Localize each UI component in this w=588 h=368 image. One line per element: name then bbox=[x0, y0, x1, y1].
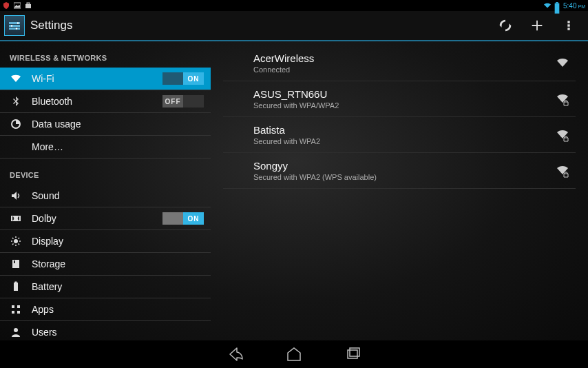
sidebar-item-label: More… bbox=[32, 141, 204, 152]
sidebar-item-label: Sound bbox=[32, 190, 204, 201]
wifi-status-icon bbox=[544, 2, 551, 9]
wifi-network-name: ASUS_RTN66U bbox=[253, 88, 555, 100]
svg-rect-34 bbox=[348, 350, 357, 358]
clock-ampm: PM bbox=[578, 4, 586, 9]
wifi-icon bbox=[10, 72, 22, 85]
apps-icon bbox=[10, 303, 22, 316]
sound-icon bbox=[10, 190, 22, 202]
wifi-toggle[interactable]: ON bbox=[162, 72, 204, 85]
wifi-network-item[interactable]: ASUS_RTN66USecured with WPA/WPA2 bbox=[223, 81, 576, 117]
display-icon bbox=[10, 235, 22, 247]
wifi-signal-icon bbox=[555, 127, 570, 143]
sidebar-item-more[interactable]: More… bbox=[0, 136, 211, 159]
svg-rect-32 bbox=[17, 311, 20, 314]
wifi-network-name: Songyy bbox=[253, 160, 555, 172]
section-header-device: DEVICE bbox=[0, 159, 211, 185]
wifi-network-item[interactable]: SongyySecured with WPA2 (WPS available) bbox=[223, 153, 576, 189]
svg-rect-12 bbox=[567, 24, 569, 26]
svg-rect-7 bbox=[9, 28, 20, 30]
wifi-network-status: Connected bbox=[253, 65, 555, 74]
wifi-signal-icon bbox=[555, 92, 570, 107]
sidebar-item-label: Apps bbox=[32, 304, 204, 315]
wifi-network-item[interactable]: AcerWirelessConnected bbox=[223, 45, 576, 81]
sidebar-item-label: Users bbox=[32, 327, 204, 338]
sidebar-item-battery[interactable]: Battery bbox=[0, 276, 211, 298]
storage-icon bbox=[10, 258, 22, 270]
wifi-network-name: Batista bbox=[253, 124, 555, 136]
svg-rect-3 bbox=[555, 3, 560, 14]
sidebar-item-label: Wi-Fi bbox=[32, 73, 162, 84]
settings-sidebar: WIRELESS & NETWORKS Wi-Fi ON Bluetooth O… bbox=[0, 41, 211, 340]
sidebar-item-sound[interactable]: Sound bbox=[0, 185, 211, 207]
wifi-network-status: Secured with WPA2 bbox=[253, 137, 555, 145]
home-button[interactable] bbox=[285, 345, 303, 363]
battery-icon bbox=[10, 280, 22, 293]
wps-button[interactable] bbox=[497, 17, 514, 34]
briefcase-icon bbox=[25, 2, 32, 9]
sidebar-item-storage[interactable]: Storage bbox=[0, 253, 211, 276]
sidebar-item-bluetooth[interactable]: Bluetooth OFF bbox=[0, 90, 211, 113]
image-icon bbox=[14, 2, 21, 9]
sidebar-item-display[interactable]: Display bbox=[0, 230, 211, 253]
sidebar-item-label: Display bbox=[32, 236, 204, 247]
svg-rect-1 bbox=[25, 4, 31, 8]
datausage-icon bbox=[10, 118, 22, 130]
bluetooth-icon bbox=[10, 95, 22, 108]
recents-button[interactable] bbox=[344, 345, 362, 363]
svg-rect-28 bbox=[15, 282, 17, 283]
section-header-wireless: WIRELESS & NETWORKS bbox=[0, 41, 211, 68]
sidebar-item-label: Dolby bbox=[32, 213, 162, 224]
svg-rect-11 bbox=[567, 21, 569, 23]
wifi-network-item[interactable]: BatistaSecured with WPA2 bbox=[223, 117, 576, 153]
status-time: 5:40 PM bbox=[563, 2, 585, 10]
shield-icon bbox=[3, 2, 10, 9]
sidebar-item-label: Bluetooth bbox=[32, 96, 162, 107]
wifi-network-name: AcerWireless bbox=[253, 52, 555, 64]
svg-rect-4 bbox=[556, 2, 558, 3]
svg-point-10 bbox=[16, 28, 17, 29]
clock-time: 5:40 bbox=[563, 2, 576, 10]
svg-rect-25 bbox=[12, 260, 19, 268]
svg-rect-26 bbox=[14, 260, 15, 263]
wifi-signal-icon bbox=[555, 163, 570, 178]
svg-rect-6 bbox=[9, 25, 20, 27]
bluetooth-toggle[interactable]: OFF bbox=[162, 95, 204, 108]
action-bar: Settings bbox=[0, 11, 588, 41]
sidebar-item-datausage[interactable]: Data usage bbox=[0, 113, 211, 136]
add-network-button[interactable] bbox=[529, 17, 545, 34]
wifi-network-status: Secured with WPA2 (WPS available) bbox=[253, 173, 555, 181]
svg-rect-2 bbox=[27, 3, 30, 4]
svg-rect-35 bbox=[350, 348, 359, 356]
svg-line-24 bbox=[19, 238, 20, 239]
svg-point-33 bbox=[14, 328, 18, 332]
users-icon bbox=[10, 326, 22, 338]
svg-rect-13 bbox=[567, 28, 569, 30]
svg-line-22 bbox=[19, 244, 20, 245]
svg-line-21 bbox=[12, 238, 14, 239]
wifi-network-status: Secured with WPA/WPA2 bbox=[253, 101, 555, 110]
page-title: Settings bbox=[30, 19, 497, 32]
dolby-toggle[interactable]: ON bbox=[162, 212, 204, 225]
overflow-menu-button[interactable] bbox=[560, 17, 577, 34]
dolby-icon bbox=[10, 212, 22, 225]
system-nav-bar bbox=[0, 340, 588, 368]
back-button[interactable] bbox=[226, 345, 244, 363]
sidebar-item-users[interactable]: Users bbox=[0, 321, 211, 340]
wifi-signal-icon bbox=[555, 56, 570, 71]
svg-rect-31 bbox=[12, 311, 14, 314]
wifi-network-list: AcerWirelessConnectedASUS_RTN66USecured … bbox=[211, 41, 588, 340]
svg-point-8 bbox=[17, 22, 19, 23]
svg-point-16 bbox=[14, 239, 18, 243]
sidebar-item-label: Storage bbox=[32, 258, 204, 269]
svg-line-23 bbox=[12, 244, 14, 245]
svg-rect-27 bbox=[14, 283, 18, 291]
svg-rect-29 bbox=[12, 305, 14, 308]
battery-status-icon bbox=[554, 2, 560, 9]
svg-point-9 bbox=[11, 25, 12, 26]
sidebar-item-label: Data usage bbox=[32, 119, 204, 130]
app-icon[interactable] bbox=[4, 15, 25, 36]
sidebar-item-dolby[interactable]: Dolby ON bbox=[0, 207, 211, 230]
sidebar-item-label: Battery bbox=[32, 281, 204, 292]
sidebar-item-apps[interactable]: Apps bbox=[0, 298, 211, 321]
sidebar-item-wifi[interactable]: Wi-Fi ON bbox=[0, 68, 211, 90]
